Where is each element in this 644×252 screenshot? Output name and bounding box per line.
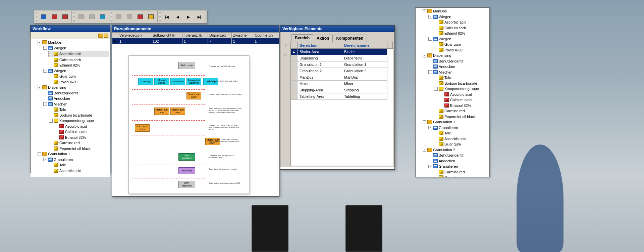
tree-item[interactable]: -ManDos: [37, 40, 109, 45]
tree-item[interactable]: -Wiegen: [428, 14, 489, 20]
column-header[interactable]: Sollgewicht [k: [151, 33, 182, 38]
tree-item[interactable]: -Granulation 1: [37, 151, 109, 157]
tree-item[interactable]: -Komponentengruppe: [48, 118, 109, 124]
tree-item[interactable]: Ethanol 82%: [54, 135, 109, 140]
tree-item[interactable]: Andocken: [43, 96, 109, 101]
tree-item[interactable]: -Mischen: [43, 101, 109, 107]
tree-item[interactable]: Povid X-30: [433, 47, 489, 53]
tree-item[interactable]: Ascorbic acid: [48, 51, 109, 57]
expand-toggle[interactable]: -: [49, 119, 53, 123]
verfuegbar-grid[interactable]: Bereichsnr.BereichsnameBinder-AreaBinder…: [291, 42, 393, 100]
tree-item[interactable]: -Granulation 2: [422, 147, 489, 153]
expand-toggle[interactable]: -: [428, 15, 432, 18]
tree-item[interactable]: -Wiegen: [428, 36, 489, 42]
tree-item[interactable]: -Dispensing: [422, 53, 489, 58]
table-row[interactable]: ManDosManDos: [291, 74, 393, 81]
tree-item[interactable]: Sodium bicarbonate: [433, 81, 489, 86]
expand-toggle[interactable]: -: [428, 70, 432, 74]
tree-item[interactable]: -Granulieren: [428, 164, 489, 169]
expand-toggle[interactable]: -: [423, 9, 426, 13]
tree-item[interactable]: Ascorbic acid: [48, 168, 109, 174]
tree-item[interactable]: Ethanol 82%: [48, 62, 109, 68]
table-row[interactable]: Tabletting-AreaTabletting: [291, 93, 393, 100]
tree-item[interactable]: Andocken: [428, 64, 489, 70]
table-row[interactable]: DispensingDispensing: [291, 55, 393, 61]
tree-item[interactable]: Ethanol 82%: [439, 103, 489, 109]
column-header[interactable]: Bereichsname: [342, 42, 387, 49]
tree-item[interactable]: Carmine red: [48, 140, 109, 146]
tree-item[interactable]: Talc: [433, 130, 489, 136]
tree-item[interactable]: -Wiegen: [43, 45, 109, 51]
tree-item[interactable]: Granulation: [433, 175, 489, 177]
tree-item[interactable]: Talc: [433, 75, 489, 81]
tree-item[interactable]: Guar gum: [433, 141, 489, 147]
column-header[interactable]: Toleranz [k: [182, 33, 208, 38]
tree-item[interactable]: Pepermint oil black: [48, 146, 109, 152]
tree-item[interactable]: Carmine red: [433, 108, 489, 114]
expand-toggle[interactable]: -: [428, 126, 432, 129]
column-header[interactable]: Bereichsnr.: [298, 42, 342, 49]
expand-toggle[interactable]: -: [423, 120, 426, 124]
tab-komponenten[interactable]: Komponenten: [332, 35, 367, 42]
tree-item[interactable]: -Dispensing: [37, 85, 109, 90]
expand-toggle[interactable]: -: [43, 158, 47, 161]
nav-prev-icon[interactable]: ◀: [173, 12, 183, 22]
tab-bereich[interactable]: Bereich: [291, 34, 313, 42]
tree-item[interactable]: Ascorbic acid: [433, 19, 489, 25]
tree-item[interactable]: Talc: [48, 162, 109, 168]
tree-item[interactable]: Benutzeridentif.: [43, 90, 109, 96]
tree-item[interactable]: Ascorbic acid: [433, 136, 489, 142]
expand-toggle[interactable]: -: [38, 86, 41, 89]
move-left-icon[interactable]: ◇: [282, 42, 288, 48]
tree-item[interactable]: Calcium carb: [439, 97, 489, 103]
tree-item[interactable]: Sodium bicarbonate: [48, 113, 109, 118]
right-tree[interactable]: -ManDos-WiegenAscorbic acidCalcium carbE…: [416, 8, 489, 177]
warning-icon[interactable]: [146, 12, 156, 22]
column-header[interactable]: Verwiegetypnr.: [118, 33, 151, 38]
nav-next-icon[interactable]: ▶: [183, 12, 194, 22]
column-header[interactable]: Optimierun: [253, 33, 279, 38]
expand-toggle[interactable]: -: [38, 41, 41, 44]
tree-item[interactable]: Andocken: [428, 158, 489, 164]
expand-toggle[interactable]: -: [43, 102, 47, 106]
tree-item[interactable]: -Komponentengruppe: [433, 86, 489, 92]
tree-item[interactable]: Ethanol 82%: [433, 31, 489, 36]
tree-item[interactable]: Ascorbic acid: [54, 124, 109, 129]
table-row[interactable]: Stripping-AreaStripping: [291, 87, 393, 93]
tree-item[interactable]: Talc: [48, 107, 109, 113]
rezept-grid[interactable]: Verwiegetypnr.Sollgewicht [kToleranz [kD…: [112, 32, 279, 44]
expand-toggle[interactable]: -: [43, 69, 47, 73]
tree-item[interactable]: Calcium carb: [54, 129, 109, 135]
workflow-tree[interactable]: -ManDos-WiegenAscorbic acidCalcium carbE…: [31, 39, 110, 174]
tree-item[interactable]: Pepermint oil black: [433, 114, 489, 120]
tree-item[interactable]: Carmine red: [433, 169, 489, 175]
import-icon[interactable]: [135, 12, 145, 22]
expand-toggle[interactable]: -: [428, 165, 432, 168]
table-row[interactable]: MixerMixer: [291, 81, 393, 87]
tab-aktion[interactable]: Aktion: [313, 35, 333, 42]
folder-open-icon[interactable]: [104, 34, 108, 38]
tree-item[interactable]: -ManDos: [422, 8, 489, 14]
list-icon[interactable]: [98, 12, 108, 22]
expand-toggle[interactable]: -: [423, 54, 426, 57]
folder-closed-icon[interactable]: [98, 34, 103, 38]
tree-item[interactable]: Benutzeridentif.: [428, 58, 489, 64]
nav-last-icon[interactable]: ▶|: [194, 12, 204, 22]
column-header[interactable]: Dosierzeit: [208, 33, 232, 38]
tree-item[interactable]: Povid X-30: [48, 79, 109, 85]
table-row[interactable]: Binder-AreaBinder: [291, 49, 393, 55]
tree-item[interactable]: Calcium carb: [48, 57, 109, 63]
column-header[interactable]: Zwischer: [231, 33, 253, 38]
tree-item[interactable]: Calcium carb: [433, 25, 489, 31]
expand-toggle[interactable]: -: [38, 152, 41, 156]
move-right-icon[interactable]: ◇: [282, 52, 288, 57]
table-row[interactable]: Granulation 2Granulation 2: [291, 68, 393, 74]
tree-item[interactable]: -Mischen: [428, 70, 489, 75]
expand-toggle[interactable]: -: [423, 148, 426, 152]
expand-toggle[interactable]: -: [434, 87, 438, 91]
tree-item[interactable]: -Granulieren: [43, 157, 109, 163]
tree-item[interactable]: -Wiegen: [43, 68, 109, 74]
tree-item[interactable]: -Granulation 1: [422, 119, 489, 125]
edit-record-icon[interactable]: [60, 12, 70, 22]
nav-first-icon[interactable]: |◀: [162, 12, 172, 22]
